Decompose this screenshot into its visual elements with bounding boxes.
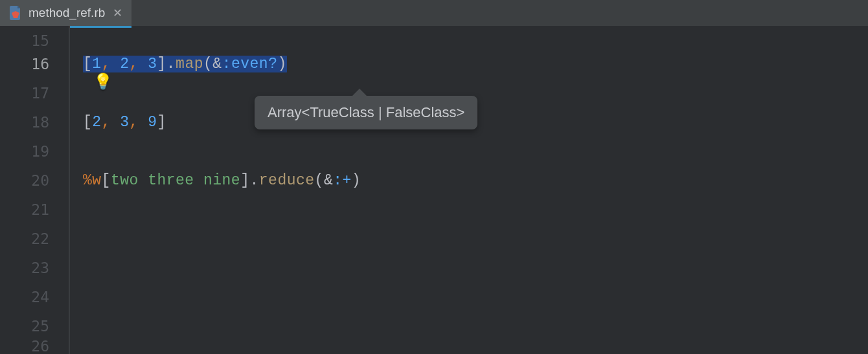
number-literal: 2	[92, 114, 101, 131]
bracket-close: ]	[240, 172, 249, 189]
type-hint-tooltip: Array<TrueClass | FalseClass>	[255, 96, 477, 129]
lightbulb-icon[interactable]: 💡	[93, 75, 113, 91]
line-number: 16	[0, 49, 69, 78]
tooltip-text: Array<TrueClass | FalseClass>	[268, 104, 464, 120]
code-line	[83, 32, 868, 49]
line-number: 20	[0, 166, 69, 195]
number-literal: 1	[92, 56, 101, 72]
method-call: reduce	[259, 172, 315, 189]
ruby-file-icon	[9, 6, 22, 20]
number-literal: 9	[148, 114, 157, 131]
comma: ,	[102, 114, 120, 131]
selection-highlight: [1, 2, 3].map(&:even?)	[83, 56, 287, 72]
comma: ,	[130, 114, 148, 131]
bracket-open: [	[83, 114, 92, 131]
bracket-open: [	[83, 56, 92, 72]
editor-tabbar: method_ref.rb ✕	[0, 0, 868, 26]
file-tab[interactable]: method_ref.rb ✕	[0, 0, 131, 26]
line-number: 25	[0, 311, 69, 340]
close-icon[interactable]: ✕	[113, 6, 122, 20]
paren-open: (	[203, 56, 212, 72]
paren-open: (	[315, 172, 324, 189]
method-call: map	[176, 56, 203, 72]
line-number-gutter: 15 16 17 18 19 20 21 22 23 24 25 26	[0, 26, 70, 354]
code-line[interactable]	[83, 137, 868, 166]
line-number: 23	[0, 253, 69, 282]
file-tab-label: method_ref.rb	[29, 6, 105, 20]
code-editor[interactable]: 15 16 17 18 19 20 21 22 23 24 25 26 [1, …	[0, 26, 868, 354]
number-literal: 3	[120, 114, 129, 131]
comma: ,	[102, 56, 120, 72]
line-number: 19	[0, 137, 69, 166]
comma: ,	[130, 56, 148, 72]
line-number: 24	[0, 282, 69, 311]
ampersand: &	[212, 56, 222, 72]
ampersand: &	[324, 172, 333, 189]
line-number: 26	[0, 340, 69, 354]
line-number: 15	[0, 32, 69, 49]
paren-close: )	[352, 172, 361, 189]
paren-close: )	[277, 56, 286, 72]
bracket-open: [	[102, 172, 111, 189]
line-number: 21	[0, 195, 69, 224]
string-words: two three nine	[111, 172, 240, 189]
line-number: 22	[0, 224, 69, 253]
percent-literal: %w	[83, 172, 102, 189]
code-line[interactable]: %w[two three nine].reduce(&:+)	[83, 166, 868, 195]
code-line[interactable]: [1, 2, 3].map(&:even?)	[83, 49, 868, 78]
bracket-close: ]	[157, 114, 166, 131]
dot: .	[249, 172, 258, 189]
symbol-literal: :+	[333, 172, 352, 189]
line-number: 18	[0, 107, 69, 137]
line-number: 17	[0, 78, 69, 107]
dot: .	[166, 56, 176, 72]
number-literal: 3	[148, 56, 157, 72]
number-literal: 2	[120, 56, 129, 72]
code-area[interactable]: [1, 2, 3].map(&:even?) [2, 3, 9] %w[two …	[70, 26, 868, 354]
symbol-literal: :even?	[222, 56, 278, 72]
bracket-close: ]	[157, 56, 166, 72]
